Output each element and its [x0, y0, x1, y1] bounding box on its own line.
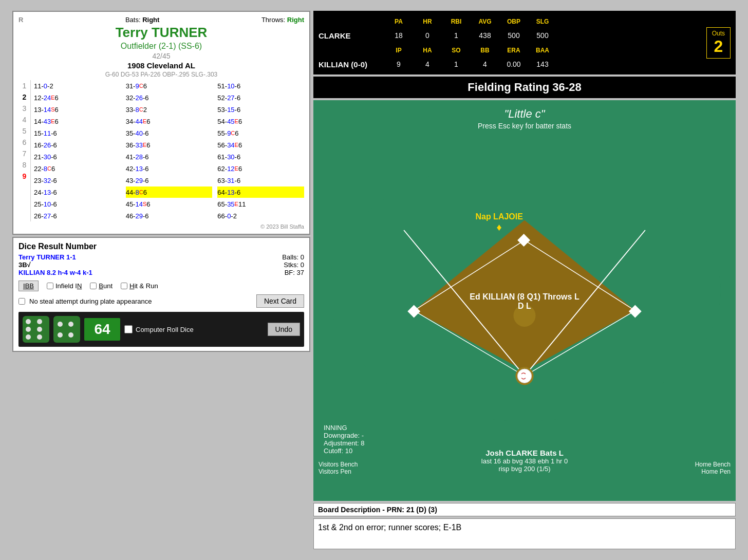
result-52: 52- 27 - 6 — [217, 92, 304, 103]
row-9: 9 — [18, 171, 30, 182]
result-16: 16- 26 - 6 — [34, 139, 121, 151]
undo-button[interactable]: Undo — [268, 323, 300, 336]
die-1 — [23, 316, 49, 343]
result-number-display: 64 — [84, 318, 120, 341]
infield-in-input[interactable] — [47, 283, 53, 289]
dot — [68, 322, 73, 327]
team1-pa: 18 — [395, 31, 403, 40]
row-5: 5 — [18, 125, 30, 137]
row-1: 1 — [18, 80, 30, 91]
batting-stats-headers: PA HR RBI AVG OBP SLG — [389, 16, 552, 26]
result-21: 21- 30 - 6 — [34, 151, 121, 162]
row-7: 7 — [18, 148, 30, 159]
result-line: 3B√ — [18, 261, 282, 269]
result-65: 65- 35E 11 — [217, 198, 304, 210]
scoreboard-teams: PA HR RBI AVG OBP SLG CLARKE 18 0 1 — [319, 14, 701, 71]
options-row: IBB Infield IN Bunt Hit & Run — [18, 281, 304, 291]
svg-point-13 — [517, 369, 531, 383]
result-56: 56- 34E 6 — [217, 139, 304, 151]
result-45: 45- 14S 6 — [126, 198, 213, 210]
result-55: 55- 9C 6 — [217, 127, 304, 139]
player-fraction: 42/45 — [18, 52, 304, 60]
result-33: 33- 8C 2 — [126, 104, 213, 115]
player-stats: G-60 DG-53 PA-226 OBP-.295 SLG-.303 — [18, 71, 304, 78]
bf-count: BF: 37 — [282, 269, 304, 276]
hr-header: HR — [423, 18, 432, 25]
card-content: 1 2 3 4 5 6 7 8 9 11- 0 - 2 31- 9C 6 51-… — [18, 80, 304, 221]
baa-header: BAA — [536, 47, 549, 54]
result-61: 61- 30 - 6 — [217, 151, 304, 162]
team2-bb: 4 — [483, 60, 487, 68]
result-13: 13- 14S 6 — [34, 104, 121, 115]
result-32: 32- 26 - 6 — [126, 92, 213, 103]
next-card-button[interactable]: Next Card — [256, 294, 304, 308]
right-panel: PA HR RBI AVG OBP SLG CLARKE 18 0 1 — [313, 11, 736, 549]
dot — [26, 327, 31, 332]
no-steal-checkbox[interactable] — [18, 298, 25, 305]
result-64: 44- 8C 6 — [126, 186, 213, 198]
rbi-header: RBI — [451, 18, 462, 25]
team1-obp: 500 — [508, 31, 519, 40]
infield-in-checkbox[interactable]: Infield IN — [47, 282, 82, 290]
team2-so: 1 — [454, 60, 458, 68]
result-41: 41- 28 - 6 — [126, 151, 213, 162]
board-desc-label: Board Description - PRN: 21 (D) (3) — [318, 506, 437, 514]
copyright: © 2023 Bill Staffa — [18, 223, 304, 230]
ha-header: HA — [423, 47, 432, 54]
team2-name: KILLIAN (0-0) — [319, 60, 385, 69]
team1-stats-row: CLARKE 18 0 1 438 500 500 — [319, 28, 701, 43]
die-2 — [53, 316, 80, 343]
svg-point-8 — [513, 305, 535, 327]
dot — [37, 334, 42, 340]
result-54: 54- 45E 6 — [217, 116, 304, 127]
result-24: 24- 13 - 6 — [34, 186, 121, 198]
result-35: 35- 40 - 6 — [126, 127, 213, 139]
row-2: 2 — [18, 91, 30, 103]
bunt-checkbox[interactable]: Bunt — [90, 282, 113, 290]
result-42: 42- 13 - 6 — [126, 163, 213, 174]
dice-left: Terry TURNER 1-1 3B√ KILLIAN 8.2 h-4 w-4… — [18, 253, 282, 276]
result-64-highlight: 64- 13 - 6 — [217, 186, 304, 198]
bunt-input[interactable] — [90, 283, 97, 289]
computer-roll-area: Computer Roll Dice — [124, 325, 264, 333]
throws-info: Throws: Right — [261, 16, 304, 24]
computer-roll-label: Computer Roll Dice — [136, 326, 194, 333]
dot — [68, 332, 73, 338]
result-62: 62- 12E 6 — [217, 163, 304, 174]
team1-name: CLARKE — [319, 31, 385, 40]
dice-section: Dice Result Number Terry TURNER 1-1 3B√ … — [12, 237, 310, 352]
result-43: 43- 29 - 6 — [126, 175, 213, 186]
pitcher-line: KILLIAN 8.2 h-4 w-4 k-1 — [18, 269, 282, 276]
result-46: 46- 29 - 6 — [126, 210, 213, 221]
result-12: 12- 24E 6 — [34, 92, 121, 103]
pa-header: PA — [395, 18, 403, 25]
balls-count: Balls: 0 — [282, 253, 304, 261]
result-23: 23- 32 - 6 — [34, 175, 121, 186]
era-header: ERA — [507, 47, 520, 54]
player-name: Terry TURNER — [18, 25, 304, 41]
bb-header: BB — [480, 47, 489, 54]
field-container: "Little c" Press Esc key for batter stat… — [313, 100, 736, 501]
team1-hr: 0 — [425, 31, 429, 40]
result-36: 36- 33E 6 — [126, 139, 213, 151]
dot — [58, 332, 63, 338]
result-63: 63- 31 - 6 — [217, 175, 304, 186]
result-22: 22- 8C 6 — [34, 163, 121, 174]
result-26: 26- 27 - 6 — [34, 210, 121, 221]
dot — [37, 319, 42, 324]
row-numbers: 1 2 3 4 5 6 7 8 9 — [18, 80, 31, 221]
fielding-banner: Fielding Rating 36-28 — [313, 77, 736, 98]
hit-run-input[interactable] — [121, 283, 127, 289]
row-8: 8 — [18, 159, 30, 171]
left-panel: R Bats: Right Throws: Right Terry TURNER… — [12, 11, 310, 549]
team2-era: 0.00 — [507, 60, 520, 68]
ibb-button[interactable]: IBB — [18, 281, 39, 291]
avg-header: AVG — [478, 18, 491, 25]
result-14: 14- 43E 6 — [34, 116, 121, 127]
computer-roll-checkbox[interactable] — [124, 325, 133, 333]
result-51: 51- 10 - 6 — [217, 80, 304, 91]
team1-rbi: 1 — [454, 31, 458, 40]
hit-run-checkbox[interactable]: Hit & Run — [121, 282, 158, 290]
card-header: R Bats: Right Throws: Right — [18, 16, 304, 24]
score-header-1: PA HR RBI AVG OBP SLG — [319, 14, 701, 28]
